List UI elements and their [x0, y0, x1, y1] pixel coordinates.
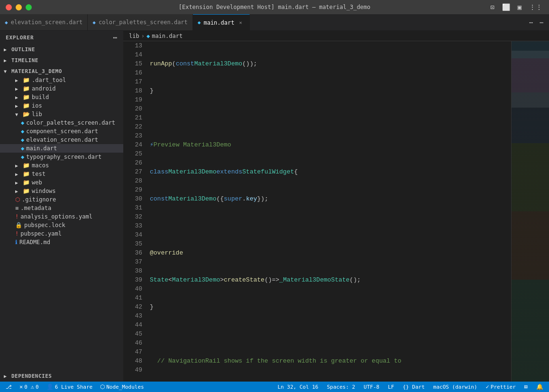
toggle-panel-icon[interactable]: ⬜: [500, 2, 512, 12]
dependencies-section: ▶ DEPENDENCIES: [0, 371, 123, 382]
code-line-16: ⚡ Preview Material3Demo: [150, 140, 507, 149]
prettier-status[interactable]: ✓ Prettier: [484, 383, 518, 390]
file-label: pubspec.lock: [24, 222, 65, 228]
minimap-slider[interactable]: [512, 51, 549, 108]
git-branch-icon: ⎇: [6, 384, 12, 390]
tabbar-actions: ⋯ ⋯: [527, 14, 549, 30]
file-label: main.dart: [26, 145, 57, 152]
sidebar-item-timeline[interactable]: ▶ TIMELINE: [0, 56, 123, 65]
language-status[interactable]: {} Dart: [401, 384, 426, 390]
main-layout: Explorer ⋯ ▶ OUTLINE ▶ TIMELINE ▼ MATERI…: [0, 31, 549, 382]
sidebar-item-outline[interactable]: ▶ OUTLINE: [0, 45, 123, 54]
file-label: windows: [32, 188, 56, 194]
sidebar-item-dart-tool[interactable]: ▶ 📁 .dart_tool: [0, 76, 123, 84]
sidebar-item-elevation[interactable]: ◆ elevation_screen.dart: [0, 136, 123, 144]
breadcrumb-file[interactable]: main.dart: [152, 33, 183, 39]
eol-label: LF: [388, 384, 394, 390]
sidebar-item-pubspec-yaml[interactable]: ! pubspec.yaml: [0, 229, 123, 238]
code-line-18: [150, 221, 507, 230]
code-line-19: @override: [150, 248, 507, 257]
remote-status[interactable]: ⊞: [522, 383, 530, 390]
outline-label: OUTLINE: [11, 46, 35, 53]
dart-icon: ◆: [21, 154, 24, 160]
file-label: test: [32, 171, 46, 177]
maximize-button[interactable]: [26, 4, 32, 10]
minimize-button[interactable]: [16, 4, 22, 10]
eol-status[interactable]: LF: [386, 384, 396, 390]
live-share-status[interactable]: 👤 6 Live Share: [45, 383, 94, 390]
sidebar-item-metadata[interactable]: ≡ .metadata: [0, 204, 123, 212]
sidebar-item-dependencies[interactable]: ▶ DEPENDENCIES: [0, 372, 123, 381]
os-status[interactable]: macOS (darwin): [431, 384, 479, 390]
code-lines[interactable]: runApp(const Material3Demo()); } ⚡ Previ…: [146, 41, 511, 382]
sidebar-item-ios[interactable]: ▶ 📁 ios: [0, 101, 123, 110]
sidebar-item-project[interactable]: ▼ MATERIAL_3_DEMO: [0, 67, 123, 76]
code-line-20: State<Material3Demo> createState() => _M…: [150, 275, 507, 284]
code-line-17: const Material3Demo({super.key});: [150, 194, 507, 203]
code-editor[interactable]: 1314151617 1819202122 2324252627 2829303…: [123, 41, 549, 382]
tab-color-palettes[interactable]: ◆ color_palettes_screen.dart: [88, 14, 192, 30]
sidebar-header: Explorer ⋯: [0, 31, 123, 44]
code-line-21: }: [150, 302, 507, 311]
breadcrumb-separator: ›: [141, 33, 145, 39]
error-count: 0: [24, 384, 27, 390]
sidebar-item-typography[interactable]: ◆ typography_screen.dart: [0, 153, 123, 161]
chevron-right-icon: ▶: [15, 172, 21, 177]
sidebar-item-build[interactable]: ▶ 📁 build: [0, 93, 123, 101]
sidebar-item-gitignore[interactable]: ⬡ .gitignore: [0, 195, 123, 204]
indentation-status[interactable]: Spaces: 2: [325, 384, 357, 390]
folder-icon: 📁: [23, 171, 30, 177]
warning-icon: !: [15, 230, 18, 237]
sidebar-item-lib[interactable]: ▼ 📂 lib: [0, 110, 123, 119]
close-button[interactable]: [6, 4, 12, 10]
encoding-status[interactable]: UTF-8: [362, 384, 381, 390]
cursor-position-status[interactable]: Ln 32, Col 16: [275, 384, 320, 390]
folder-icon: 📁: [23, 162, 30, 169]
sidebar-item-component[interactable]: ◆ component_screen.dart: [0, 127, 123, 136]
sidebar-item-analysis[interactable]: ! analysis_options.yaml: [0, 212, 123, 221]
toggle-sidebar-icon[interactable]: ▣: [516, 2, 523, 12]
tab-close-button[interactable]: ✕: [239, 20, 242, 25]
breadcrumb-lib[interactable]: lib: [129, 33, 139, 39]
tab-elevation[interactable]: ◆ elevation_screen.dart: [0, 14, 88, 30]
error-warning-status[interactable]: ✕ 0 ⚠ 0: [18, 383, 41, 390]
tab-main[interactable]: ◆ main.dart ✕: [193, 14, 250, 30]
chevron-right-icon: ▶: [15, 78, 21, 83]
chevron-down-icon: ▼: [4, 69, 9, 74]
node-modules-status[interactable]: ⬡ Node_Modules: [98, 383, 146, 390]
sidebar-item-web[interactable]: ▶ 📁 web: [0, 178, 123, 187]
split-right-icon[interactable]: ⋯: [527, 18, 535, 27]
warning-icon: ⚠: [31, 383, 34, 390]
split-editor-icon[interactable]: ⊡: [488, 2, 496, 12]
sidebar: Explorer ⋯ ▶ OUTLINE ▶ TIMELINE ▼ MATERI…: [0, 31, 123, 382]
code-line-16b: class Material3Demo extends StatefulWidg…: [150, 167, 507, 176]
folder-open-icon: 📂: [23, 111, 30, 118]
os-label: macOS (darwin): [433, 384, 477, 390]
folder-icon: 📁: [23, 188, 30, 194]
customize-layout-icon[interactable]: ⋮⋮: [527, 2, 544, 12]
file-label: component_screen.dart: [26, 128, 98, 135]
sidebar-item-android[interactable]: ▶ 📁 android: [0, 84, 123, 93]
sidebar-item-test[interactable]: ▶ 📁 test: [0, 170, 123, 178]
minimap[interactable]: [511, 41, 549, 382]
sidebar-item-pubspec-lock[interactable]: 🔒 pubspec.lock: [0, 221, 123, 229]
sidebar-item-color-palettes[interactable]: ◆ color_palettes_screen.dart: [0, 119, 123, 127]
breadcrumb-dart-icon: ◆: [146, 33, 150, 39]
chevron-right-icon: ▶: [15, 86, 21, 91]
notification-bell[interactable]: 🔔: [534, 383, 545, 390]
sidebar-item-readme[interactable]: ℹ README.md: [0, 238, 123, 246]
chevron-right-icon: ▶: [15, 180, 21, 185]
git-branch-status[interactable]: ⎇: [4, 384, 14, 390]
sidebar-more-icon[interactable]: ⋯: [113, 34, 118, 41]
sidebar-item-macos[interactable]: ▶ 📁 macos: [0, 161, 123, 170]
cursor-position-label: Ln 32, Col 16: [277, 384, 318, 390]
language-label: {} Dart: [403, 384, 424, 390]
sidebar-item-windows[interactable]: ▶ 📁 windows: [0, 187, 123, 195]
window-controls: [6, 4, 32, 10]
sidebar-item-main[interactable]: ◆ main.dart: [0, 144, 123, 153]
dart-icon: ◆: [21, 128, 24, 135]
file-label: README.md: [19, 239, 50, 246]
file-label: lib: [32, 111, 42, 118]
file-label: android: [32, 85, 56, 92]
more-actions-icon[interactable]: ⋯: [538, 18, 545, 27]
